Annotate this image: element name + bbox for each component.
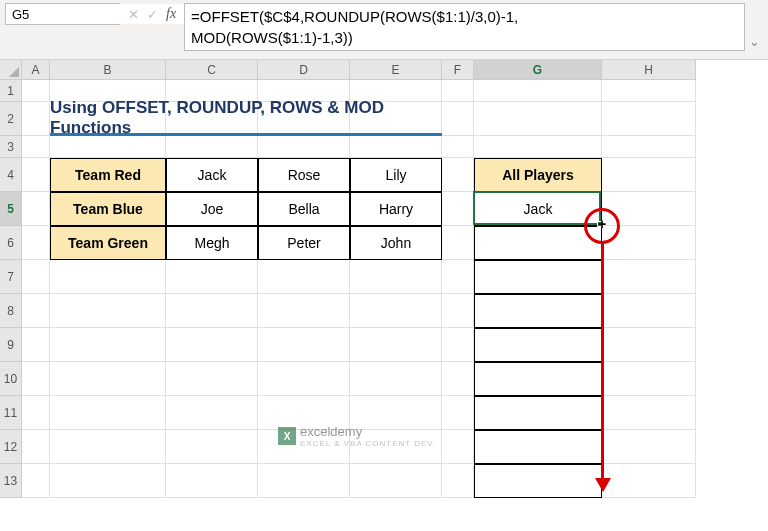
player-cell[interactable]: Peter — [258, 226, 350, 260]
cell[interactable] — [602, 430, 696, 464]
cell[interactable] — [350, 328, 442, 362]
cell[interactable] — [166, 136, 258, 158]
row-header-13[interactable]: 13 — [0, 464, 22, 498]
cell[interactable] — [602, 396, 696, 430]
row-header-4[interactable]: 4 — [0, 158, 22, 192]
cell[interactable] — [50, 430, 166, 464]
fx-icon[interactable]: fx — [166, 6, 176, 22]
cell[interactable] — [22, 328, 50, 362]
row-header-1[interactable]: 1 — [0, 80, 22, 102]
cell[interactable] — [442, 158, 474, 192]
cell[interactable] — [22, 294, 50, 328]
cell[interactable] — [602, 362, 696, 396]
cell[interactable] — [602, 136, 696, 158]
cell[interactable] — [602, 260, 696, 294]
cell[interactable] — [258, 294, 350, 328]
cell[interactable] — [258, 260, 350, 294]
col-header-B[interactable]: B — [50, 60, 166, 80]
col-header-G[interactable]: G — [474, 60, 602, 80]
team-name[interactable]: Team Blue — [50, 192, 166, 226]
cell[interactable] — [50, 294, 166, 328]
col-header-C[interactable]: C — [166, 60, 258, 80]
cell[interactable] — [22, 102, 50, 136]
cell[interactable] — [442, 192, 474, 226]
cell[interactable] — [442, 136, 474, 158]
cell[interactable] — [602, 226, 696, 260]
cell[interactable] — [22, 260, 50, 294]
player-cell[interactable]: Bella — [258, 192, 350, 226]
cell[interactable] — [166, 260, 258, 294]
player-cell[interactable]: John — [350, 226, 442, 260]
cell[interactable] — [258, 328, 350, 362]
cell[interactable] — [50, 260, 166, 294]
cell[interactable] — [442, 430, 474, 464]
cell[interactable] — [22, 226, 50, 260]
cell[interactable] — [442, 396, 474, 430]
cell[interactable] — [350, 294, 442, 328]
cell[interactable] — [602, 294, 696, 328]
cell[interactable] — [22, 136, 50, 158]
cell[interactable] — [350, 362, 442, 396]
cell[interactable] — [22, 430, 50, 464]
row-header-7[interactable]: 7 — [0, 260, 22, 294]
col-header-A[interactable]: A — [22, 60, 50, 80]
row-header-8[interactable]: 8 — [0, 294, 22, 328]
cell[interactable] — [602, 158, 696, 192]
col-header-D[interactable]: D — [258, 60, 350, 80]
cell[interactable] — [50, 362, 166, 396]
cell[interactable] — [22, 192, 50, 226]
formula-bar-expand-icon[interactable]: ⌄ — [745, 3, 763, 49]
cell[interactable] — [50, 396, 166, 430]
row-header-5[interactable]: 5 — [0, 192, 22, 226]
cell[interactable] — [50, 328, 166, 362]
player-result-cell[interactable] — [474, 396, 602, 430]
cell[interactable] — [166, 328, 258, 362]
cell[interactable] — [166, 430, 258, 464]
row-header-11[interactable]: 11 — [0, 396, 22, 430]
player-cell[interactable]: Megh — [166, 226, 258, 260]
cell[interactable] — [22, 396, 50, 430]
player-result-cell[interactable] — [474, 362, 602, 396]
select-all-corner[interactable] — [0, 60, 22, 80]
cell[interactable] — [602, 328, 696, 362]
cell[interactable] — [166, 362, 258, 396]
cell[interactable] — [602, 102, 696, 136]
cell[interactable] — [442, 328, 474, 362]
col-header-F[interactable]: F — [442, 60, 474, 80]
player-result-cell[interactable] — [474, 464, 602, 498]
player-result-cell[interactable]: Jack — [474, 192, 602, 226]
cell[interactable] — [350, 260, 442, 294]
cell[interactable] — [442, 226, 474, 260]
cell[interactable] — [602, 192, 696, 226]
player-cell[interactable]: Rose — [258, 158, 350, 192]
col-header-E[interactable]: E — [350, 60, 442, 80]
formula-bar[interactable]: =OFFSET($C$4,ROUNDUP(ROWS($1:1)/3,0)-1, … — [191, 6, 738, 48]
cell[interactable] — [22, 80, 50, 102]
cell[interactable] — [258, 362, 350, 396]
team-name[interactable]: Team Red — [50, 158, 166, 192]
cell[interactable] — [442, 294, 474, 328]
players-header[interactable]: All Players — [474, 158, 602, 192]
cell[interactable] — [602, 464, 696, 498]
cell[interactable] — [442, 80, 474, 102]
cell[interactable] — [166, 294, 258, 328]
cell[interactable] — [22, 362, 50, 396]
row-header-3[interactable]: 3 — [0, 136, 22, 158]
player-result-cell[interactable] — [474, 294, 602, 328]
row-header-9[interactable]: 9 — [0, 328, 22, 362]
cell[interactable] — [166, 396, 258, 430]
cell[interactable] — [474, 136, 602, 158]
cell[interactable] — [258, 464, 350, 498]
row-header-2[interactable]: 2 — [0, 102, 22, 136]
cell[interactable] — [166, 464, 258, 498]
player-cell[interactable]: Jack — [166, 158, 258, 192]
cell[interactable] — [474, 102, 602, 136]
player-result-cell[interactable] — [474, 226, 602, 260]
cell[interactable] — [258, 136, 350, 158]
cell[interactable] — [602, 80, 696, 102]
player-cell[interactable]: Lily — [350, 158, 442, 192]
cell[interactable] — [50, 136, 166, 158]
cell[interactable] — [350, 464, 442, 498]
row-header-6[interactable]: 6 — [0, 226, 22, 260]
player-cell[interactable]: Joe — [166, 192, 258, 226]
